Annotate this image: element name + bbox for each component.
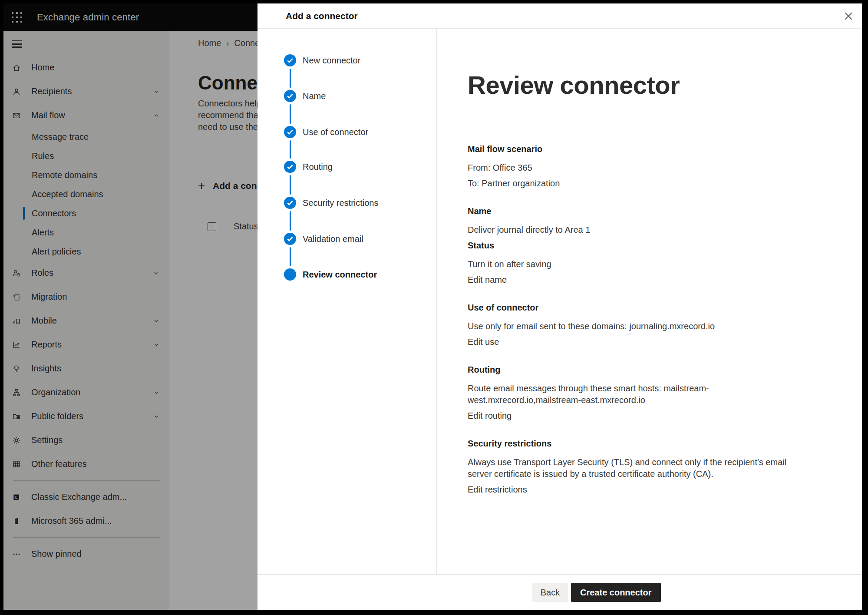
step-connector-line — [290, 69, 291, 88]
section-heading: Routing — [468, 364, 811, 376]
dialog-body: Review connector Mail flow scenarioFrom:… — [437, 29, 862, 574]
app-window: Exchange admin center HomeRecipientsMail… — [3, 3, 862, 610]
back-button[interactable]: Back — [532, 583, 568, 602]
section-heading: Security restrictions — [468, 438, 811, 450]
step-label[interactable]: Validation email — [303, 233, 363, 245]
wizard-stepper: New connectorNameUse of connectorRouting… — [257, 29, 437, 574]
section-value: Turn it on after saving — [468, 258, 811, 270]
step-connector-line — [290, 211, 291, 231]
section-heading: Mail flow scenario — [468, 143, 811, 155]
dialog-header: Add a connector — [257, 3, 862, 29]
review-section-use-of-connector: Use of connectorUse only for email sent … — [468, 302, 811, 348]
edit-name-link[interactable]: Edit name — [468, 274, 507, 286]
step-label[interactable]: New connector — [303, 55, 360, 66]
step-connector-line — [290, 247, 291, 266]
close-icon[interactable] — [844, 12, 853, 21]
step-complete-check-icon — [284, 54, 296, 66]
step-label[interactable]: Name — [303, 90, 326, 102]
review-section-name: NameDeliver journal directly to Area 1St… — [468, 205, 811, 286]
create-connector-button[interactable]: Create connector — [571, 583, 661, 602]
edit-routing-link[interactable]: Edit routing — [468, 410, 512, 422]
section-heading: Use of connector — [468, 302, 811, 314]
review-section-routing: RoutingRoute email messages through thes… — [468, 364, 811, 422]
section-value: Deliver journal directly to Area 1 — [468, 224, 811, 236]
section-value: Route email messages through these smart… — [468, 383, 811, 406]
step-label[interactable]: Routing — [303, 161, 333, 172]
step-label[interactable]: Security restrictions — [303, 197, 379, 208]
review-heading: Review connector — [468, 69, 845, 102]
step-complete-check-icon — [284, 90, 296, 102]
section-subheading: Status — [468, 240, 811, 251]
dialog-footer: Back Create connector — [257, 574, 862, 610]
add-connector-dialog: Add a connector New connectorNameUse of … — [257, 3, 862, 610]
section-value: To: Partner organization — [468, 178, 811, 189]
section-value: Always use Transport Layer Security (TLS… — [468, 456, 811, 480]
step-connector-line — [290, 175, 291, 195]
review-section-security-restrictions: Security restrictionsAlways use Transpor… — [468, 438, 811, 496]
step-label[interactable]: Use of connector — [303, 126, 368, 138]
step-connector-line — [290, 104, 291, 124]
section-value: From: Office 365 — [468, 162, 811, 174]
step-complete-check-icon — [284, 197, 296, 209]
step-complete-check-icon — [284, 126, 296, 138]
edit-use-link[interactable]: Edit use — [468, 336, 499, 348]
review-sections: Mail flow scenarioFrom: Office 365To: Pa… — [468, 143, 845, 496]
step-complete-check-icon — [284, 161, 296, 173]
step-label[interactable]: Review connector — [303, 269, 377, 280]
section-heading: Name — [468, 205, 811, 217]
edit-restrictions-link[interactable]: Edit restrictions — [468, 484, 527, 496]
step-complete-check-icon — [284, 233, 296, 245]
dialog-title: Add a connector — [286, 3, 358, 29]
step-connector-line — [290, 140, 291, 159]
review-section-mail-flow-scenario: Mail flow scenarioFrom: Office 365To: Pa… — [468, 143, 811, 189]
section-value: Use only for email sent to these domains… — [468, 321, 811, 332]
step-current-icon — [284, 268, 296, 281]
